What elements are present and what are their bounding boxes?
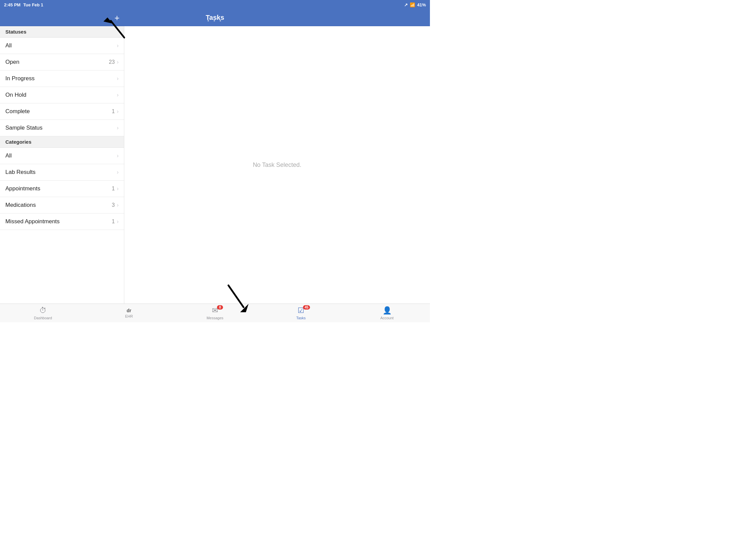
status-indicators: ↗ 📶 41% [404, 2, 426, 7]
tab-tasks[interactable]: 45 ☑ Tasks [258, 304, 344, 322]
status-bar: 2:45 PM Tue Feb 1 ↗ 📶 41% [0, 0, 430, 9]
tab-messages[interactable]: 8 ✉ Messages [172, 304, 258, 322]
status-date: Tue Feb 1 [23, 2, 43, 7]
status-time: 2:45 PM [4, 2, 21, 7]
tab-dashboard[interactable]: ⏱ Dashboard [0, 304, 86, 322]
chevron-icon: › [117, 125, 119, 131]
battery-indicator: 41% [417, 2, 426, 7]
status-item-complete[interactable]: Complete 1 › [0, 103, 124, 120]
header-left: Tasks + [0, 14, 124, 22]
tab-tasks-label: Tasks [296, 316, 306, 320]
status-time-date: 2:45 PM Tue Feb 1 [4, 2, 43, 7]
add-task-button[interactable]: + [114, 14, 120, 22]
chevron-icon: › [117, 76, 119, 82]
dashboard-icon: ⏱ [39, 306, 47, 315]
chevron-icon: › [117, 186, 119, 192]
category-item-medications[interactable]: Medications 3 › [0, 197, 124, 214]
account-icon: 👤 [383, 306, 392, 315]
location-icon: ↗ [404, 2, 408, 7]
categories-section-header: Categories [0, 136, 124, 148]
chevron-icon: › [117, 218, 119, 224]
chevron-icon: › [117, 202, 119, 208]
content-area: No Task Selected. [124, 26, 430, 303]
messages-badge: 8 [217, 305, 223, 310]
tab-messages-label: Messages [207, 316, 223, 320]
category-item-missed-appointments[interactable]: Missed Appointments 1 › [0, 214, 124, 230]
chevron-icon: › [117, 92, 119, 98]
tab-ehr[interactable]: dr EHR [86, 304, 172, 322]
category-item-lab-results[interactable]: Lab Results › [0, 164, 124, 181]
tab-ehr-label: EHR [125, 314, 133, 318]
category-item-appointments[interactable]: Appointments 1 › [0, 181, 124, 197]
chevron-icon: › [117, 43, 119, 49]
status-item-sample-status[interactable]: Sample Status › [0, 120, 124, 136]
chevron-icon: › [117, 108, 119, 114]
statuses-section-header: Statuses [0, 26, 124, 37]
tasks-badge: 45 [303, 305, 310, 310]
header: Tasks + • • • [0, 9, 430, 26]
ehr-icon: dr [127, 308, 131, 313]
status-item-on-hold[interactable]: On Hold › [0, 87, 124, 103]
chevron-icon: › [117, 153, 119, 159]
status-item-in-progress[interactable]: In Progress › [0, 71, 124, 87]
wifi-icon: 📶 [410, 2, 415, 7]
tab-account[interactable]: 👤 Account [344, 304, 430, 322]
tab-bar: ⏱ Dashboard dr EHR 8 ✉ Messages 45 ☑ Tas… [0, 303, 430, 322]
no-task-message: No Task Selected. [253, 161, 302, 168]
tab-account-label: Account [380, 316, 394, 320]
chevron-icon: › [117, 59, 119, 65]
header-dots: • • • [207, 18, 223, 24]
category-item-all[interactable]: All › [0, 148, 124, 164]
tab-dashboard-label: Dashboard [34, 316, 52, 320]
chevron-icon: › [117, 169, 119, 175]
status-item-all[interactable]: All › [0, 37, 124, 54]
sidebar: Statuses All › Open 23 › In Progress › O… [0, 26, 124, 303]
status-item-open[interactable]: Open 23 › [0, 54, 124, 71]
main-layout: Statuses All › Open 23 › In Progress › O… [0, 26, 430, 303]
